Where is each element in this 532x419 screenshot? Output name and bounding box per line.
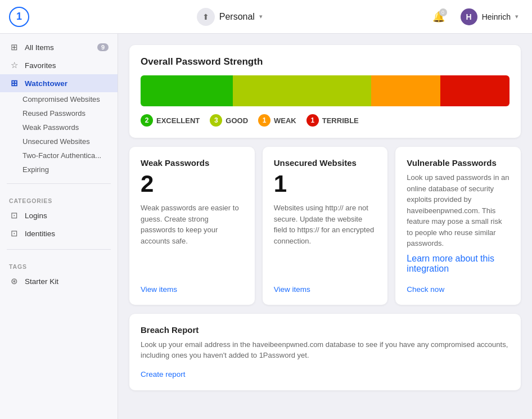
header-right: 🔔 0 H Heinrich ▾ bbox=[430, 6, 523, 28]
strength-weak bbox=[371, 75, 440, 106]
sidebar-categories-section: CATEGORIES ⊡ Logins ⊡ Identities bbox=[0, 186, 118, 247]
user-menu-button[interactable]: H Heinrich ▾ bbox=[456, 6, 523, 28]
excellent-badge: 2 bbox=[141, 114, 153, 127]
strength-legend: 2 EXCELLENT 3 GOOD 1 WEAK bbox=[141, 114, 510, 127]
categories-section-label: CATEGORIES bbox=[0, 191, 118, 206]
sidebar-item-starter-kit[interactable]: ⊛ Starter Kit bbox=[0, 272, 118, 290]
vault-name: Personal bbox=[219, 12, 255, 22]
vault-selector[interactable]: ⬆ Personal ▾ bbox=[197, 8, 263, 26]
weak-passwords-count: 2 bbox=[141, 172, 244, 196]
weak-passwords-desc: Weak passwords are easier to guess. Crea… bbox=[141, 202, 244, 274]
chevron-down-icon: ▾ bbox=[259, 13, 263, 20]
notification-badge: 0 bbox=[439, 8, 447, 16]
sidebar-item-all-items[interactable]: ⊞ All Items 9 bbox=[0, 38, 118, 56]
sidebar-subitem-twofactor[interactable]: Two-Factor Authentica... bbox=[0, 148, 118, 163]
weak-label: WEAK bbox=[274, 116, 296, 125]
weak-passwords-view-items-button[interactable]: View items bbox=[141, 285, 244, 294]
breach-desc: Look up your email address in the haveib… bbox=[141, 339, 510, 361]
notifications-button[interactable]: 🔔 0 bbox=[430, 8, 447, 25]
user-initial: H bbox=[466, 12, 472, 21]
vulnerable-passwords-card: Vulnerable Passwords Look up saved passw… bbox=[395, 147, 521, 305]
sidebar-item-watchtower[interactable]: ⊞ Watchtower bbox=[0, 74, 118, 92]
sidebar-divider-1 bbox=[7, 183, 111, 184]
star-icon: ☆ bbox=[9, 60, 19, 70]
expiring-label: Expiring bbox=[22, 165, 49, 174]
terrible-badge: 1 bbox=[306, 114, 319, 127]
strength-excellent bbox=[141, 75, 233, 106]
sidebar: ⊞ All Items 9 ☆ Favorites ⊞ Watchtower C… bbox=[0, 34, 118, 419]
sidebar-subitem-weak[interactable]: Weak Passwords bbox=[0, 120, 118, 134]
legend-weak: 1 WEAK bbox=[258, 114, 296, 127]
favorites-label: Favorites bbox=[25, 61, 56, 70]
user-avatar: H bbox=[461, 8, 477, 25]
vulnerable-title: Vulnerable Passwords bbox=[407, 158, 510, 168]
legend-excellent: 2 EXCELLENT bbox=[141, 114, 200, 127]
watchtower-icon: ⊞ bbox=[9, 78, 19, 88]
sidebar-item-logins[interactable]: ⊡ Logins bbox=[0, 206, 118, 224]
weak-badge: 1 bbox=[258, 114, 270, 127]
strength-bar bbox=[141, 75, 510, 106]
sidebar-tags-section: TAGS ⊛ Starter Kit bbox=[0, 252, 118, 295]
strength-terrible bbox=[440, 75, 510, 106]
unsecured-title: Unsecured Websites bbox=[274, 158, 377, 168]
grid-icon: ⊞ bbox=[9, 42, 19, 52]
sidebar-divider-2 bbox=[7, 249, 111, 250]
unsecured-view-items-button[interactable]: View items bbox=[274, 285, 377, 294]
weak-passwords-title: Weak Passwords bbox=[141, 158, 244, 168]
breach-report-card: Breach Report Look up your email address… bbox=[129, 314, 521, 390]
tag-icon: ⊛ bbox=[9, 276, 19, 286]
unsecured-count: 1 bbox=[274, 172, 377, 196]
check-now-button[interactable]: Check now bbox=[407, 285, 510, 294]
twofactor-label: Two-Factor Authentica... bbox=[22, 151, 101, 160]
reused-label: Reused Passwords bbox=[22, 109, 85, 118]
logins-icon: ⊡ bbox=[9, 210, 19, 220]
unsecured-label: Unsecured Websites bbox=[22, 137, 90, 146]
sidebar-main-section: ⊞ All Items 9 ☆ Favorites ⊞ Watchtower C… bbox=[0, 34, 118, 181]
good-badge: 3 bbox=[210, 114, 222, 127]
main-content: Overall Password Strength 2 EXCELLENT 3 bbox=[118, 34, 532, 419]
tags-section-label: TAGS bbox=[0, 256, 118, 272]
sidebar-subitem-unsecured[interactable]: Unsecured Websites bbox=[0, 134, 118, 148]
logo-container: 1 bbox=[9, 7, 29, 27]
watchtower-label: Watchtower bbox=[25, 79, 67, 88]
compromised-label: Compromised Websites bbox=[22, 95, 100, 103]
app-body: ⊞ All Items 9 ☆ Favorites ⊞ Watchtower C… bbox=[0, 34, 532, 419]
sidebar-subitem-expiring[interactable]: Expiring bbox=[0, 163, 118, 177]
all-items-badge: 9 bbox=[97, 43, 109, 51]
weak-label: Weak Passwords bbox=[22, 123, 79, 132]
logo-letter: 1 bbox=[16, 11, 22, 22]
sidebar-subitem-compromised[interactable]: Compromised Websites bbox=[0, 92, 118, 106]
strength-card: Overall Password Strength 2 EXCELLENT 3 bbox=[129, 45, 521, 138]
starter-kit-label: Starter Kit bbox=[25, 277, 58, 286]
create-report-button[interactable]: Create report bbox=[141, 370, 186, 379]
sidebar-item-favorites[interactable]: ☆ Favorites bbox=[0, 56, 118, 74]
app-logo: 1 bbox=[9, 7, 29, 27]
legend-good: 3 GOOD bbox=[210, 114, 248, 127]
identities-icon: ⊡ bbox=[9, 228, 19, 238]
logins-label: Logins bbox=[25, 211, 47, 220]
strength-good bbox=[233, 75, 371, 106]
app-header: 1 ⬆ Personal ▾ 🔔 0 H Heinrich ▾ bbox=[0, 0, 532, 34]
breach-title: Breach Report bbox=[141, 325, 510, 335]
weak-passwords-card: Weak Passwords 2 Weak passwords are easi… bbox=[129, 147, 255, 305]
unsecured-websites-card: Unsecured Websites 1 Websites using http… bbox=[263, 147, 388, 305]
all-items-label: All Items bbox=[25, 43, 54, 52]
vault-icon: ⬆ bbox=[197, 8, 215, 26]
identities-label: Identities bbox=[25, 229, 55, 238]
user-chevron-icon: ▾ bbox=[515, 13, 519, 20]
excellent-label: EXCELLENT bbox=[156, 116, 200, 125]
cards-row: Weak Passwords 2 Weak passwords are easi… bbox=[129, 147, 521, 305]
unsecured-desc: Websites using http:// are not secure. U… bbox=[274, 202, 377, 274]
sidebar-subitem-reused[interactable]: Reused Passwords bbox=[0, 106, 118, 120]
strength-card-title: Overall Password Strength bbox=[141, 56, 510, 67]
legend-terrible: 1 TERRIBLE bbox=[306, 114, 359, 127]
sidebar-item-identities[interactable]: ⊡ Identities bbox=[0, 224, 118, 242]
good-label: GOOD bbox=[226, 116, 248, 125]
learn-more-link[interactable]: Learn more about this integration bbox=[407, 254, 494, 273]
user-name: Heinrich bbox=[482, 12, 511, 21]
terrible-label: TERRIBLE bbox=[322, 116, 359, 125]
vulnerable-desc: Look up saved passwords in an online dat… bbox=[407, 172, 510, 249]
